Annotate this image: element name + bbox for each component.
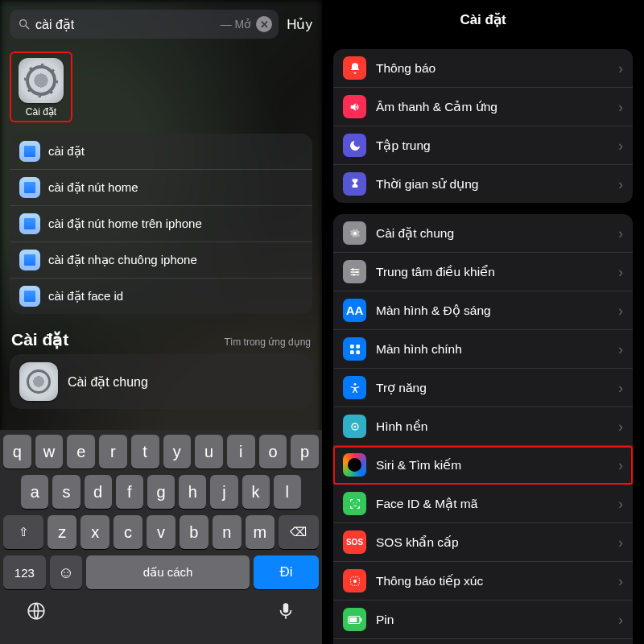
settings-row-sliders[interactable]: Trung tâm điều khiển› — [333, 253, 633, 291]
row-label: SOS khẩn cấp — [376, 535, 609, 550]
key-123[interactable]: 123 — [3, 555, 46, 589]
key-h[interactable]: h — [179, 475, 206, 509]
cancel-button[interactable]: Hủy — [287, 16, 312, 33]
search-query-text: cài đặt — [35, 17, 217, 32]
key-o[interactable]: o — [259, 435, 287, 469]
search-suggestions: cài đặtcài đặt nút homecài đặt nút home … — [10, 134, 312, 314]
row-label: Hình nền — [376, 419, 609, 434]
row-label: Tập trung — [376, 138, 609, 153]
key-l[interactable]: l — [274, 475, 301, 509]
key-k[interactable]: k — [242, 475, 270, 509]
row-label: Trợ năng — [376, 381, 609, 395]
key-space[interactable]: dấu cách — [86, 555, 250, 589]
key-i[interactable]: i — [227, 435, 255, 469]
key-emoji[interactable]: ☺ — [50, 555, 83, 589]
settings-row-gear[interactable]: Cài đặt chung› — [333, 214, 633, 253]
exposure-icon — [343, 569, 366, 592]
battery-icon — [343, 608, 366, 631]
suggestion-row[interactable]: cài đặt — [10, 134, 312, 170]
row-label: Màn hình chính — [376, 342, 609, 357]
key-b[interactable]: b — [180, 515, 208, 549]
key-r[interactable]: r — [99, 435, 127, 469]
search-in-app-link[interactable]: Tìm trong ứng dụng — [225, 336, 311, 348]
globe-icon[interactable] — [26, 601, 47, 621]
speaker-icon — [343, 95, 366, 118]
row-label: Siri & Tìm kiếm — [376, 458, 609, 473]
settings-title: Cài đặt — [322, 0, 644, 38]
deep-result[interactable]: Cài đặt chung — [10, 354, 312, 409]
settings-row-accessibility[interactable]: Trợ năng› — [333, 369, 633, 407]
row-label: Thông báo tiếp xúc — [376, 574, 609, 588]
key-c[interactable]: c — [114, 515, 142, 549]
svg-rect-21 — [349, 617, 357, 622]
key-n[interactable]: n — [213, 515, 242, 549]
settings-app-icon — [19, 362, 58, 401]
keyboard[interactable]: qwertyuiop asdfghjkl ⇧zxcvbnm⌫ 123 ☺ dấu… — [0, 430, 322, 644]
key-p[interactable]: p — [291, 435, 319, 469]
key-m[interactable]: m — [246, 515, 275, 549]
key-w[interactable]: w — [35, 435, 64, 469]
suggestion-text: cài đặt nút home — [48, 180, 138, 195]
settings-row-wallpaper[interactable]: Hình nền› — [333, 407, 633, 446]
settings-row-siri[interactable]: Siri & Tìm kiếm› — [333, 446, 633, 485]
key-e[interactable]: e — [67, 435, 95, 469]
settings-group-1: Thông báo›Âm thanh & Cảm ứng›Tập trung›T… — [333, 49, 633, 203]
safari-icon — [19, 250, 40, 270]
row-label: Cài đặt chung — [376, 226, 609, 241]
settings-row-grid[interactable]: Màn hình chính› — [333, 330, 633, 369]
key-y[interactable]: y — [163, 435, 192, 469]
svg-rect-20 — [360, 617, 361, 621]
settings-row-faceid[interactable]: Face ID & Mật mã› — [333, 485, 633, 523]
mic-icon[interactable] — [275, 601, 296, 621]
key-a[interactable]: a — [21, 475, 48, 509]
key-x[interactable]: x — [80, 515, 109, 549]
settings-row-text-size[interactable]: AAMàn hình & Độ sáng› — [333, 291, 633, 330]
accessibility-icon — [343, 376, 366, 399]
key-go[interactable]: Đi — [254, 555, 319, 589]
top-hit-result[interactable]: Cài đặt — [10, 52, 72, 122]
suggestion-row[interactable]: cài đặt nút home trên iphone — [10, 206, 312, 242]
safari-icon — [19, 286, 40, 307]
settings-row-hourglass[interactable]: Thời gian sử dụng› — [333, 165, 633, 203]
settings-row-privacy[interactable]: Quyền riêng tư› — [333, 639, 633, 644]
settings-row-battery[interactable]: Pin› — [333, 601, 633, 639]
suggestion-row[interactable]: cài đặt nút home — [10, 170, 312, 206]
chevron-right-icon: › — [618, 342, 623, 357]
key-g[interactable]: g — [147, 475, 175, 509]
key-f[interactable]: f — [116, 475, 143, 509]
key-s[interactable]: s — [52, 475, 80, 509]
suggestion-text: cài đặt face id — [48, 289, 123, 303]
clear-search-icon[interactable]: ✕ — [256, 16, 272, 32]
svg-rect-11 — [356, 350, 360, 354]
key-d[interactable]: d — [85, 475, 112, 509]
chevron-right-icon: › — [618, 381, 623, 395]
text-size-icon: AA — [343, 299, 366, 322]
search-field[interactable]: cài đặt — Mở ✕ — [10, 10, 279, 39]
key-backspace[interactable]: ⌫ — [279, 515, 319, 549]
settings-row-moon[interactable]: Tập trung› — [333, 126, 633, 165]
key-u[interactable]: u — [195, 435, 223, 469]
chevron-right-icon: › — [618, 226, 623, 241]
key-t[interactable]: t — [131, 435, 159, 469]
settings-row-sos[interactable]: SOSSOS khẩn cấp› — [333, 523, 633, 562]
settings-row-bell[interactable]: Thông báo› — [333, 49, 633, 88]
svg-point-12 — [353, 383, 356, 386]
bell-icon — [343, 56, 366, 80]
key-q[interactable]: q — [3, 435, 31, 469]
settings-row-speaker[interactable]: Âm thanh & Cảm ứng› — [333, 88, 633, 126]
chevron-right-icon: › — [618, 613, 623, 627]
svg-rect-8 — [350, 345, 354, 349]
key-shift[interactable]: ⇧ — [3, 515, 43, 549]
settings-row-exposure[interactable]: Thông báo tiếp xúc› — [333, 562, 633, 601]
hourglass-icon — [343, 172, 366, 196]
key-j[interactable]: j — [210, 475, 237, 509]
key-v[interactable]: v — [147, 515, 175, 549]
section-title: Cài đặt — [11, 330, 68, 349]
suggestion-row[interactable]: cài đặt nhạc chuông iphone — [10, 242, 312, 279]
safari-icon — [19, 141, 40, 162]
key-z[interactable]: z — [47, 515, 76, 549]
svg-rect-3 — [283, 603, 289, 613]
suggestion-row[interactable]: cài đặt face id — [10, 279, 312, 314]
suggestion-text: cài đặt — [48, 144, 85, 159]
svg-point-5 — [352, 268, 354, 270]
